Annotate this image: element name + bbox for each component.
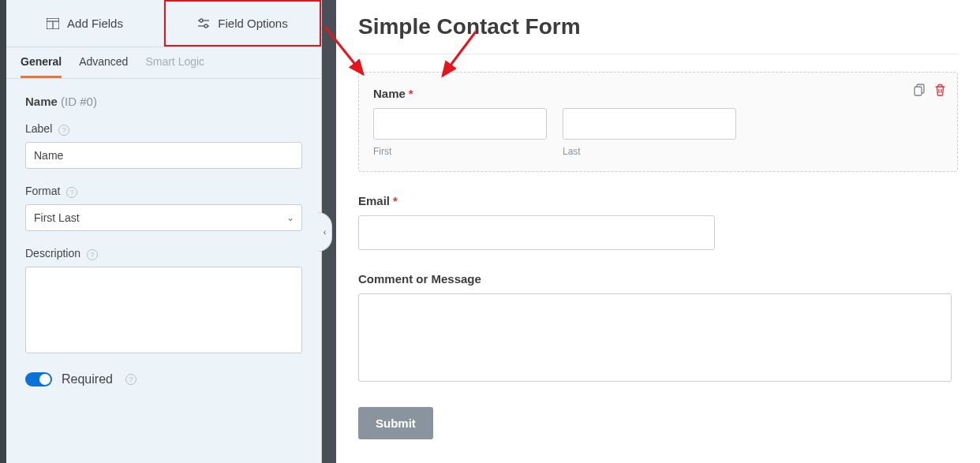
- required-row: Required ?: [25, 372, 302, 386]
- field-email[interactable]: Email*: [358, 194, 958, 250]
- duplicate-icon[interactable]: [914, 84, 926, 96]
- required-label: Required: [62, 372, 113, 386]
- tab-add-fields[interactable]: Add Fields: [6, 0, 164, 47]
- wp-admin-bar: [0, 0, 6, 463]
- description-field-label: Description ?: [25, 247, 302, 260]
- submit-button[interactable]: Submit: [358, 407, 433, 439]
- required-asterisk: *: [393, 194, 398, 207]
- message-textarea[interactable]: [358, 293, 952, 382]
- sub-tab-smart-logic[interactable]: Smart Logic: [145, 47, 204, 78]
- help-icon[interactable]: ?: [87, 249, 98, 260]
- required-toggle[interactable]: [25, 372, 52, 386]
- sub-tab-advanced[interactable]: Advanced: [79, 47, 128, 78]
- form-title: Simple Contact Form: [358, 14, 958, 39]
- format-field-label: Format ?: [25, 185, 302, 198]
- help-icon[interactable]: ?: [125, 374, 137, 385]
- sub-tab-general[interactable]: General: [21, 47, 62, 78]
- email-input[interactable]: [358, 215, 715, 250]
- sliders-icon: [197, 17, 210, 30]
- help-icon[interactable]: ?: [58, 125, 69, 136]
- top-tabs: Add Fields Field Options: [6, 0, 321, 47]
- trash-icon[interactable]: [934, 84, 946, 96]
- field-message[interactable]: Comment or Message: [358, 272, 958, 385]
- svg-point-4: [200, 19, 203, 22]
- help-icon[interactable]: ?: [66, 187, 77, 198]
- grid-icon: [47, 17, 59, 30]
- first-sublabel: First: [373, 146, 547, 157]
- field-header-id: (ID #0): [61, 95, 97, 108]
- tab-add-fields-label: Add Fields: [67, 17, 123, 30]
- required-asterisk: *: [409, 87, 413, 100]
- field-actions: [914, 84, 946, 96]
- chevron-left-icon: ‹: [324, 227, 327, 237]
- tab-field-options-label: Field Options: [218, 17, 287, 30]
- field-name[interactable]: Name* First Last: [358, 72, 958, 172]
- format-field-block: Format ? First Last ⌄: [25, 185, 302, 231]
- sub-tabs: General Advanced Smart Logic: [6, 47, 321, 79]
- field-email-label: Email*: [358, 194, 958, 207]
- description-textarea[interactable]: [25, 267, 302, 353]
- label-field-label: Label ?: [25, 122, 302, 136]
- label-field-block: Label ?: [25, 122, 302, 169]
- label-input[interactable]: [25, 142, 302, 169]
- svg-rect-8: [915, 87, 922, 95]
- tab-field-options[interactable]: Field Options: [164, 0, 321, 47]
- field-header-name: Name: [25, 95, 58, 108]
- divider: [358, 54, 958, 54]
- first-name-input[interactable]: [373, 108, 547, 140]
- last-name-input[interactable]: [563, 108, 736, 140]
- form-preview: Simple Contact Form Name* First: [336, 0, 980, 463]
- field-message-label: Comment or Message: [358, 272, 958, 286]
- description-field-block: Description ?: [25, 247, 302, 357]
- svg-point-6: [204, 24, 208, 28]
- last-sublabel: Last: [563, 146, 736, 157]
- field-name-label: Name*: [373, 87, 943, 100]
- field-header: Name (ID #0): [25, 95, 302, 108]
- sidebar: Add Fields Field Options General Advance…: [6, 0, 322, 463]
- format-select[interactable]: First Last: [25, 204, 302, 231]
- panel-body: Name (ID #0) Label ? Format ? First Last: [6, 79, 321, 463]
